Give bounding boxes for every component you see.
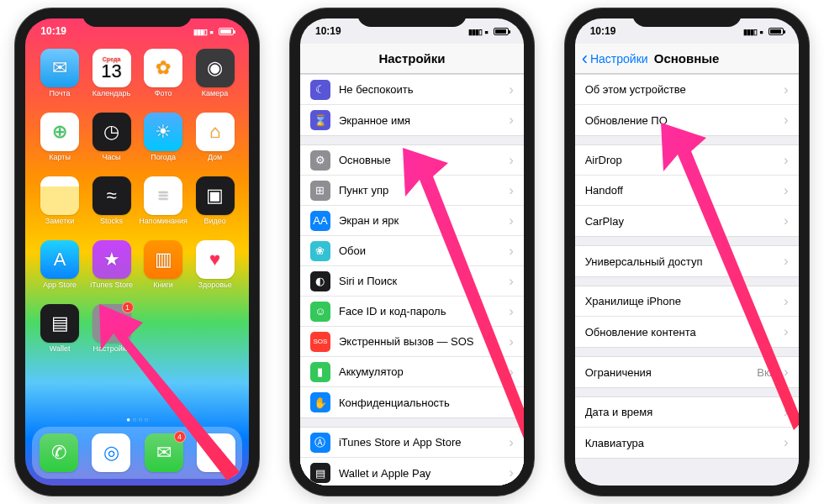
row-label: Аккумулятор xyxy=(339,365,509,378)
app-icon: Среда13 xyxy=(92,49,131,87)
app-часы[interactable]: ◷Часы xyxy=(86,113,138,173)
status-time: 10:19 xyxy=(40,25,66,37)
app-здоровье[interactable]: ♥Здоровье xyxy=(189,240,241,301)
app-label: Карты xyxy=(49,153,71,161)
settings-row[interactable]: ⌛Экранное имя› xyxy=(300,105,524,135)
badge: 1 xyxy=(122,302,134,313)
settings-row[interactable]: Handoff› xyxy=(575,176,799,206)
row-icon: ◐ xyxy=(310,271,330,291)
battery-icon xyxy=(494,28,509,35)
row-label: AirDrop xyxy=(585,154,784,166)
app-видео[interactable]: ▣Видео xyxy=(189,176,241,237)
settings-row[interactable]: ⒶiTunes Store и App Store› xyxy=(300,428,524,458)
chevron-right-icon: › xyxy=(784,434,789,451)
row-label: Клавиатура xyxy=(585,437,784,449)
dock-app-messages[interactable]: ✉4 xyxy=(145,433,183,472)
app-камера[interactable]: ◉Камера xyxy=(189,49,241,109)
app-дом[interactable]: ⌂Дом xyxy=(189,113,241,173)
app-icon: ✿ xyxy=(144,49,182,87)
app-label: Stocks xyxy=(100,217,123,225)
chevron-right-icon: › xyxy=(509,152,514,169)
app-книги[interactable]: ▥Книги xyxy=(137,240,189,301)
status-icons xyxy=(193,25,234,37)
settings-row[interactable]: Клавиатура› xyxy=(575,428,799,458)
app-заметки[interactable]: Заметки xyxy=(34,176,86,237)
row-label: Ограничения xyxy=(585,366,758,379)
back-button[interactable]: Настройки xyxy=(582,52,648,66)
app-фото[interactable]: ✿Фото xyxy=(137,49,189,109)
settings-row[interactable]: ⊞Пункт упр› xyxy=(300,176,524,206)
settings-row[interactable]: Обновление ПО› xyxy=(575,105,799,135)
phone-2: 10:19 Настройки ☾Не беспокоить›⌛Экранное… xyxy=(290,8,534,496)
app-label: iTunes Store xyxy=(90,281,133,289)
settings-row[interactable]: ☾Не беспокоить› xyxy=(300,75,524,105)
settings-row[interactable]: ▤Wallet и Apple Pay› xyxy=(300,458,524,486)
chevron-right-icon: › xyxy=(509,112,514,129)
row-icon: ☾ xyxy=(310,80,330,100)
settings-row[interactable]: AirDrop› xyxy=(575,145,799,176)
settings-list: ☾Не беспокоить›⌛Экранное имя›⚙Основные›⊞… xyxy=(300,74,524,486)
row-label: Не беспокоить xyxy=(339,83,509,96)
settings-row[interactable]: ❀Обои› xyxy=(300,236,524,266)
settings-row[interactable]: Обновление контента› xyxy=(575,317,799,347)
settings-row[interactable]: Об этом устройстве› xyxy=(575,75,799,105)
row-icon: ▮ xyxy=(310,362,330,382)
settings-row[interactable]: CarPlay› xyxy=(575,206,799,236)
app-icon: ⚙1 xyxy=(92,304,131,343)
chevron-right-icon: › xyxy=(509,213,514,229)
settings-row[interactable]: ▮Аккумулятор› xyxy=(300,357,524,387)
row-label: iTunes Store и App Store xyxy=(339,436,509,449)
chevron-right-icon: › xyxy=(509,81,514,98)
app-label: Часы xyxy=(103,153,121,161)
app-label: Календарь xyxy=(92,89,130,97)
app-icon: ⌂ xyxy=(196,113,235,151)
settings-row[interactable]: Хранилище iPhone› xyxy=(575,286,799,317)
app-напоминания[interactable]: ≡Напоминания xyxy=(137,176,189,237)
app-app store[interactable]: AApp Store xyxy=(34,240,86,301)
settings-row[interactable]: ⚙Основные› xyxy=(300,145,524,176)
row-label: Wallet и Apple Pay xyxy=(339,467,509,480)
app-label: Книги xyxy=(153,281,173,289)
row-label: Основные xyxy=(339,154,509,166)
settings-row[interactable]: AAЭкран и ярк› xyxy=(300,206,524,236)
phone-1: 10:19 ✉ПочтаСреда13Календарь✿Фото◉Камера… xyxy=(15,8,259,496)
row-label: Обновление ПО xyxy=(585,114,784,127)
settings-row[interactable]: SOSЭкстренный вызов — SOS› xyxy=(300,327,524,357)
app-label: Погода xyxy=(151,153,176,161)
app-карты[interactable]: ⊕Карты xyxy=(34,113,86,173)
app-icon: ♥ xyxy=(196,240,235,279)
settings-row[interactable]: ОграниченияВкл.› xyxy=(575,357,799,387)
settings-row[interactable]: ◐Siri и Поиск› xyxy=(300,266,524,297)
chevron-right-icon: › xyxy=(784,293,789,310)
row-label: Обновление контента xyxy=(585,326,784,339)
settings-row[interactable]: ✋Конфиденциальность› xyxy=(300,387,524,417)
row-icon: ⊞ xyxy=(310,181,330,201)
notch xyxy=(357,8,467,27)
app-label: Дом xyxy=(208,153,222,161)
app-icon: ◉ xyxy=(196,49,235,87)
dock-app-safari[interactable]: ◎ xyxy=(92,433,130,472)
dock-app-phone[interactable]: ✆ xyxy=(40,433,78,472)
settings-row[interactable]: ☺Face ID и код-пароль› xyxy=(300,297,524,327)
app-настройки[interactable]: ⚙1Настройки xyxy=(86,304,138,365)
settings-row[interactable]: Универсальный доступ› xyxy=(575,246,799,276)
dock-app-music[interactable]: ♫ xyxy=(197,433,235,472)
app-календарь[interactable]: Среда13Календарь xyxy=(86,49,138,109)
settings-row[interactable]: Дата и время› xyxy=(575,397,799,428)
app-icon: ▥ xyxy=(144,240,182,279)
app-label: Камера xyxy=(202,89,228,97)
chevron-right-icon: › xyxy=(784,253,789,270)
app-itunes store[interactable]: ★iTunes Store xyxy=(86,240,138,301)
row-label: Face ID и код-пароль xyxy=(339,305,509,318)
app-почта[interactable]: ✉Почта xyxy=(34,49,86,109)
wifi-icon xyxy=(485,25,490,37)
app-wallet[interactable]: ▤Wallet xyxy=(34,304,86,365)
chevron-right-icon: › xyxy=(509,465,514,481)
status-icons xyxy=(743,25,784,37)
row-label: Экранное имя xyxy=(339,114,509,127)
row-value: Вкл. xyxy=(757,366,779,379)
row-icon: ☺ xyxy=(310,302,330,322)
app-stocks[interactable]: ≈Stocks xyxy=(86,176,138,237)
chevron-right-icon: › xyxy=(784,364,789,381)
app-погода[interactable]: ☀Погода xyxy=(137,113,189,173)
